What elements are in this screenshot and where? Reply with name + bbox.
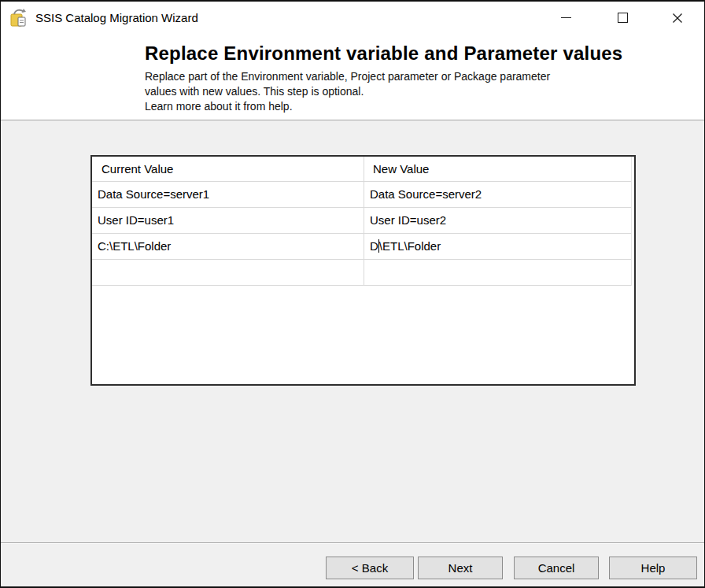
grid-row: C:\ETL\Folder D\ETL\Folder — [92, 234, 634, 260]
column-header-new-value[interactable]: New Value — [364, 157, 631, 182]
cancel-button[interactable]: Cancel — [514, 557, 599, 579]
cell-current-value[interactable]: C:\ETL\Folder — [92, 234, 364, 260]
titlebar: SSIS Catalog Migration Wizard — [1, 2, 704, 35]
minimize-icon — [561, 17, 571, 18]
page-title: Replace Environment variable and Paramet… — [145, 43, 699, 65]
window-title: SSIS Catalog Migration Wizard — [35, 11, 198, 24]
minimize-button[interactable] — [548, 2, 584, 34]
wizard-step-header: Replace Environment variable and Paramet… — [145, 43, 699, 114]
grid-right-gutter — [631, 260, 634, 286]
page-description: Replace part of the Environment variable… — [145, 69, 699, 114]
grid-row: Data Source=server1 Data Source=server2 — [92, 182, 634, 208]
column-header-current-value[interactable]: Current Value — [92, 157, 364, 182]
maximize-icon — [618, 13, 628, 23]
cell-new-value[interactable]: Data Source=server2 — [364, 182, 631, 208]
app-icon — [9, 8, 29, 28]
edit-text-after-caret: \ETL\Folder — [379, 239, 441, 253]
page-description-line: Learn more about it from help. — [145, 99, 699, 114]
cell-new-value-editing[interactable]: D\ETL\Folder — [364, 234, 631, 260]
page-description-line: values with new values. This step is opt… — [145, 84, 699, 99]
next-button[interactable]: Next — [418, 557, 503, 579]
footer-divider — [1, 542, 704, 544]
replacement-values-grid: Current Value New Value Data Source=serv… — [90, 155, 636, 386]
grid-header-row: Current Value New Value — [92, 157, 634, 182]
cell-new-value[interactable]: User ID=user2 — [364, 208, 631, 234]
grid-right-gutter — [631, 182, 634, 208]
grid-right-gutter — [631, 208, 634, 234]
wizard-window: SSIS Catalog Migration Wizard Replace En… — [0, 0, 705, 588]
edit-text-before-caret: D — [370, 239, 378, 253]
grid-right-gutter — [631, 234, 634, 260]
cell-current-value[interactable] — [92, 260, 364, 286]
cell-new-value[interactable] — [364, 260, 631, 286]
grid-row: User ID=user1 User ID=user2 — [92, 208, 634, 234]
page-description-line: Replace part of the Environment variable… — [145, 69, 699, 84]
back-button[interactable]: < Back — [326, 557, 414, 579]
grid-right-gutter — [631, 157, 634, 182]
top-panel: SSIS Catalog Migration Wizard Replace En… — [1, 2, 704, 120]
cell-current-value[interactable]: User ID=user1 — [92, 208, 364, 234]
close-icon — [671, 12, 684, 24]
help-button[interactable]: Help — [609, 557, 697, 579]
maximize-button[interactable] — [604, 2, 640, 34]
grid-row-empty — [92, 260, 634, 286]
cell-current-value[interactable]: Data Source=server1 — [92, 182, 364, 208]
close-button[interactable] — [659, 2, 696, 34]
